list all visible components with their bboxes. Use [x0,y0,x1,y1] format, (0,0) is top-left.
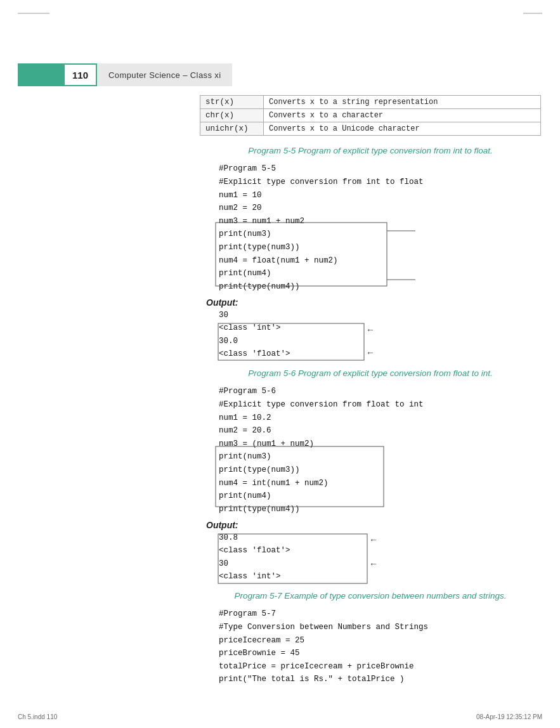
code-line: #Program 5-6 [219,385,541,398]
code-line: num3 = (num1 + num2) [219,438,541,451]
code-line: num4 = int(num1 + num2) [219,477,541,490]
code-line: #Program 5-7 [219,608,541,621]
code-line: #Explicit type conversion from float to … [219,398,541,412]
program56-heading: Program 5-6 Program of explicit type con… [200,367,541,380]
program57-code: #Program 5-7#Type Conversion between Num… [200,608,541,686]
code-line: print("The total is Rs." + totalPrice ) [219,673,541,686]
code-line: num3 = num1 + num2 [219,215,541,228]
page-title-text: Computer Science – Class xi [108,70,221,80]
code-line: #Program 5-5 [219,162,541,176]
functions-table: str(x)Converts x to a string representat… [200,95,541,136]
code-line: print(type(num3)) [219,464,541,477]
program56-output-section: Output: 30.8<class 'float'>30<class 'int… [206,520,541,584]
output-line: <class 'float'> [219,348,541,361]
code-line: #Explicit type conversion from int to fl… [219,176,541,189]
program56-code-block: #Program 5-6#Explicit type conversion fr… [200,385,541,516]
header-bar: 110 Computer Science – Class xi [18,63,232,86]
output-line: <class 'int'> [219,570,541,583]
program56-output-label: Output: [206,520,541,530]
program55-code: #Program 5-5#Explicit type conversion fr… [200,162,541,293]
program55-output-section: Output: 30<class 'int'>30.0<class 'float… [206,297,541,361]
table-func-cell: chr(x) [200,109,264,122]
program55-output-code: 30<class 'int'>30.0<class 'float'> [206,309,541,361]
table-desc-cell: Converts x to a Unicode character [264,122,541,136]
table-row: str(x)Converts x to a string representat… [200,96,541,109]
table-func-cell: str(x) [200,96,264,109]
header-green-accent [18,63,63,86]
footer-left: Ch 5.indd 110 [18,713,57,720]
page-number: 110 [63,63,97,86]
program57-heading: Program 5-7 Example of type conversion b… [200,590,541,602]
code-line: num4 = float(num1 + num2) [219,254,541,268]
program55-code-block: #Program 5-5#Explicit type conversion fr… [200,162,541,293]
output-line: <class 'int'> [219,322,541,335]
program56-output-code: 30.8<class 'float'>30<class 'int'> [206,531,541,584]
code-line: print(type(num4)) [219,503,541,516]
footer-right: 08-Apr-19 12:35:12 PM [476,713,542,720]
program55-output-label: Output: [206,297,541,308]
code-line: num2 = 20 [219,202,541,215]
code-line: num2 = 20.6 [219,424,541,438]
program56-code: #Program 5-6#Explicit type conversion fr… [200,385,541,516]
top-line-left [18,13,49,14]
code-line: #Type Conversion between Numbers and Str… [219,621,541,634]
code-line: print(num4) [219,490,541,503]
table-func-cell: unichr(x) [200,122,264,136]
output-line: 30 [219,309,541,322]
code-line: num1 = 10.2 [219,412,541,425]
output-line: 30.0 [219,335,541,348]
table-desc-cell: Converts x to a string representation [264,96,541,109]
output-line: 30.8 [219,531,541,545]
program55-heading: Program 5-5 Program of explicit type con… [200,145,541,157]
code-line: priceBrownie = 45 [219,647,541,660]
code-line: priceIcecream = 25 [219,634,541,647]
top-line-right [523,13,542,14]
table-row: unichr(x)Converts x to a Unicode charact… [200,122,541,136]
output-line: 30 [219,557,541,571]
table-row: chr(x)Converts x to a character [200,109,541,122]
code-line: print(num4) [219,267,541,280]
footer: Ch 5.indd 110 08-Apr-19 12:35:12 PM [18,713,542,720]
code-line: print(type(num4)) [219,280,541,294]
table-desc-cell: Converts x to a character [264,109,541,122]
page-title: Computer Science – Class xi [97,63,232,86]
main-content: str(x)Converts x to a string representat… [200,95,541,689]
code-line: print(num3) [219,450,541,464]
code-line: num1 = 10 [219,189,541,202]
output-line: <class 'float'> [219,544,541,557]
code-line: print(num3) [219,228,541,241]
code-line: totalPrice = priceIcecream + priceBrowni… [219,660,541,673]
code-line: print(type(num3)) [219,241,541,254]
